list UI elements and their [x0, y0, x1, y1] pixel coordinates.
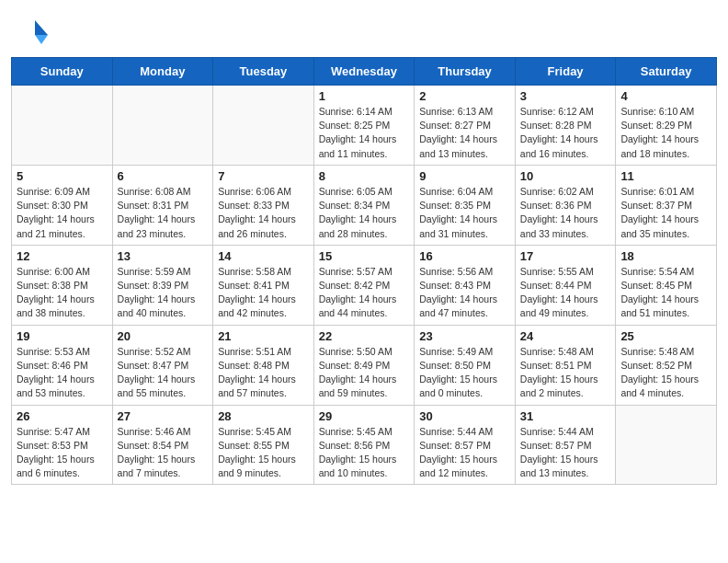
day-number: 17 [520, 249, 611, 263]
day-number: 25 [620, 329, 711, 343]
day-number: 5 [17, 169, 108, 183]
day-info: Sunrise: 5:54 AMSunset: 8:45 PMDaylight:… [620, 265, 711, 321]
logo [17, 17, 53, 50]
calendar-cell: 27Sunrise: 5:46 AMSunset: 8:54 PMDayligh… [112, 405, 213, 485]
calendar-cell: 14Sunrise: 5:58 AMSunset: 8:41 PMDayligh… [213, 245, 314, 325]
weekday-header-sunday: Sunday [12, 58, 113, 86]
day-number: 2 [419, 89, 510, 103]
day-number: 29 [319, 409, 410, 423]
day-info: Sunrise: 5:49 AMSunset: 8:50 PMDaylight:… [419, 345, 510, 401]
day-number: 14 [218, 249, 309, 263]
day-number: 19 [17, 329, 108, 343]
calendar-cell [616, 405, 717, 485]
svg-marker-1 [35, 35, 48, 44]
day-info: Sunrise: 6:00 AMSunset: 8:38 PMDaylight:… [17, 265, 108, 321]
day-info: Sunrise: 5:45 AMSunset: 8:56 PMDaylight:… [319, 425, 410, 481]
svg-marker-0 [35, 20, 48, 35]
calendar-cell [12, 86, 113, 166]
weekday-header-thursday: Thursday [415, 58, 516, 86]
calendar-week-4: 19Sunrise: 5:53 AMSunset: 8:46 PMDayligh… [12, 325, 717, 405]
calendar-cell: 26Sunrise: 5:47 AMSunset: 8:53 PMDayligh… [12, 405, 113, 485]
calendar-table: SundayMondayTuesdayWednesdayThursdayFrid… [11, 57, 717, 485]
day-number: 11 [620, 169, 711, 183]
calendar-cell: 17Sunrise: 5:55 AMSunset: 8:44 PMDayligh… [515, 245, 616, 325]
calendar-cell: 5Sunrise: 6:09 AMSunset: 8:30 PMDaylight… [12, 165, 113, 245]
day-number: 22 [319, 329, 410, 343]
calendar-cell: 21Sunrise: 5:51 AMSunset: 8:48 PMDayligh… [213, 325, 314, 405]
day-number: 10 [520, 169, 611, 183]
day-info: Sunrise: 6:09 AMSunset: 8:30 PMDaylight:… [17, 185, 108, 241]
calendar-cell: 16Sunrise: 5:56 AMSunset: 8:43 PMDayligh… [415, 245, 516, 325]
calendar-cell: 6Sunrise: 6:08 AMSunset: 8:31 PMDaylight… [112, 165, 213, 245]
calendar-cell: 1Sunrise: 6:14 AMSunset: 8:25 PMDaylight… [313, 86, 415, 166]
calendar-cell: 25Sunrise: 5:48 AMSunset: 8:52 PMDayligh… [616, 325, 717, 405]
day-number: 31 [520, 409, 611, 423]
calendar-week-2: 5Sunrise: 6:09 AMSunset: 8:30 PMDaylight… [12, 165, 717, 245]
day-info: Sunrise: 6:12 AMSunset: 8:28 PMDaylight:… [520, 105, 611, 161]
page: SundayMondayTuesdayWednesdayThursdayFrid… [0, 0, 728, 494]
day-number: 4 [620, 89, 711, 103]
svg-rect-2 [18, 20, 35, 44]
day-info: Sunrise: 6:10 AMSunset: 8:29 PMDaylight:… [620, 105, 711, 161]
calendar-week-1: 1Sunrise: 6:14 AMSunset: 8:25 PMDaylight… [12, 86, 717, 166]
calendar-week-3: 12Sunrise: 6:00 AMSunset: 8:38 PMDayligh… [12, 245, 717, 325]
day-info: Sunrise: 5:48 AMSunset: 8:52 PMDaylight:… [620, 345, 711, 401]
day-number: 30 [419, 409, 510, 423]
day-info: Sunrise: 6:02 AMSunset: 8:36 PMDaylight:… [520, 185, 611, 241]
day-number: 12 [17, 249, 108, 263]
weekday-header-tuesday: Tuesday [213, 58, 314, 86]
day-info: Sunrise: 5:44 AMSunset: 8:57 PMDaylight:… [419, 425, 510, 481]
calendar-cell [213, 86, 314, 166]
day-info: Sunrise: 5:50 AMSunset: 8:49 PMDaylight:… [319, 345, 410, 401]
day-info: Sunrise: 6:05 AMSunset: 8:34 PMDaylight:… [319, 185, 410, 241]
day-info: Sunrise: 5:47 AMSunset: 8:53 PMDaylight:… [17, 425, 108, 481]
calendar-cell: 29Sunrise: 5:45 AMSunset: 8:56 PMDayligh… [313, 405, 415, 485]
day-number: 6 [118, 169, 209, 183]
day-info: Sunrise: 5:58 AMSunset: 8:41 PMDaylight:… [218, 265, 309, 321]
day-info: Sunrise: 6:13 AMSunset: 8:27 PMDaylight:… [419, 105, 510, 161]
day-number: 18 [620, 249, 711, 263]
header [0, 0, 728, 57]
day-number: 21 [218, 329, 309, 343]
day-info: Sunrise: 5:56 AMSunset: 8:43 PMDaylight:… [419, 265, 510, 321]
calendar-cell: 13Sunrise: 5:59 AMSunset: 8:39 PMDayligh… [112, 245, 213, 325]
calendar-cell: 30Sunrise: 5:44 AMSunset: 8:57 PMDayligh… [415, 405, 516, 485]
weekday-header-row: SundayMondayTuesdayWednesdayThursdayFrid… [12, 58, 717, 86]
weekday-header-monday: Monday [112, 58, 213, 86]
day-number: 20 [118, 329, 209, 343]
calendar-cell: 4Sunrise: 6:10 AMSunset: 8:29 PMDaylight… [616, 86, 717, 166]
day-info: Sunrise: 6:08 AMSunset: 8:31 PMDaylight:… [118, 185, 209, 241]
calendar-cell: 9Sunrise: 6:04 AMSunset: 8:35 PMDaylight… [415, 165, 516, 245]
weekday-header-friday: Friday [515, 58, 616, 86]
calendar-cell: 20Sunrise: 5:52 AMSunset: 8:47 PMDayligh… [112, 325, 213, 405]
calendar-cell: 11Sunrise: 6:01 AMSunset: 8:37 PMDayligh… [616, 165, 717, 245]
day-number: 3 [520, 89, 611, 103]
day-info: Sunrise: 5:48 AMSunset: 8:51 PMDaylight:… [520, 345, 611, 401]
calendar-cell: 18Sunrise: 5:54 AMSunset: 8:45 PMDayligh… [616, 245, 717, 325]
day-info: Sunrise: 5:51 AMSunset: 8:48 PMDaylight:… [218, 345, 309, 401]
day-info: Sunrise: 5:55 AMSunset: 8:44 PMDaylight:… [520, 265, 611, 321]
day-info: Sunrise: 5:59 AMSunset: 8:39 PMDaylight:… [118, 265, 209, 321]
calendar-week-5: 26Sunrise: 5:47 AMSunset: 8:53 PMDayligh… [12, 405, 717, 485]
day-number: 24 [520, 329, 611, 343]
day-number: 16 [419, 249, 510, 263]
calendar-cell: 3Sunrise: 6:12 AMSunset: 8:28 PMDaylight… [515, 86, 616, 166]
calendar-cell: 8Sunrise: 6:05 AMSunset: 8:34 PMDaylight… [313, 165, 415, 245]
calendar-cell: 2Sunrise: 6:13 AMSunset: 8:27 PMDaylight… [415, 86, 516, 166]
day-info: Sunrise: 5:45 AMSunset: 8:55 PMDaylight:… [218, 425, 309, 481]
day-number: 8 [319, 169, 410, 183]
logo-icon [17, 17, 50, 50]
calendar-cell: 10Sunrise: 6:02 AMSunset: 8:36 PMDayligh… [515, 165, 616, 245]
calendar-cell: 31Sunrise: 5:44 AMSunset: 8:57 PMDayligh… [515, 405, 616, 485]
day-info: Sunrise: 5:46 AMSunset: 8:54 PMDaylight:… [118, 425, 209, 481]
day-number: 26 [17, 409, 108, 423]
day-number: 13 [118, 249, 209, 263]
calendar-cell: 24Sunrise: 5:48 AMSunset: 8:51 PMDayligh… [515, 325, 616, 405]
day-info: Sunrise: 6:04 AMSunset: 8:35 PMDaylight:… [419, 185, 510, 241]
calendar-cell: 23Sunrise: 5:49 AMSunset: 8:50 PMDayligh… [415, 325, 516, 405]
weekday-header-saturday: Saturday [616, 58, 717, 86]
day-number: 15 [319, 249, 410, 263]
calendar-cell: 19Sunrise: 5:53 AMSunset: 8:46 PMDayligh… [12, 325, 113, 405]
calendar-cell: 22Sunrise: 5:50 AMSunset: 8:49 PMDayligh… [313, 325, 415, 405]
day-info: Sunrise: 6:06 AMSunset: 8:33 PMDaylight:… [218, 185, 309, 241]
